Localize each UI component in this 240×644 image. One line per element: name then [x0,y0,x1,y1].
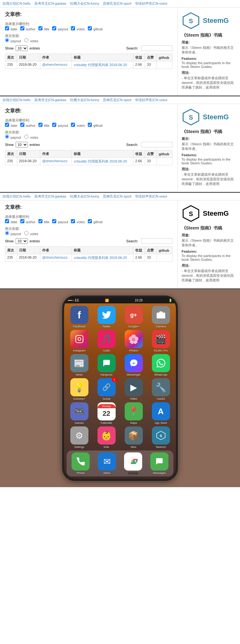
filter-payout-1[interactable]: payout [52,27,68,31]
sort-payout-1[interactable]: payout [5,39,21,43]
app-instagram[interactable]: Instagram [67,330,92,352]
app-news[interactable]: 📰 News [67,354,92,376]
td-title[interactable]: cnbuddy 代理股系列表 2018-06-20 [72,254,133,262]
filter-github-2[interactable]: github [88,124,103,127]
sidebar-section-0-label: 用途: [182,40,236,45]
nav-funny[interactable]: 吐槽大会|CN-funny [70,1,99,6]
td-author[interactable]: @shenchensucc [40,61,72,69]
app-misc[interactable]: 📦 Misc [121,426,146,449]
app-twitter[interactable]: Twitter [94,306,119,328]
app-kids[interactable]: 👶 Kids [94,426,119,449]
table-row: 235 2018-06-20 @shenchensucc cnbuddy 代理股… [5,158,172,165]
app-filmic[interactable]: 🎬 FiLMiC Pro [148,330,173,352]
nav-gaokao-3[interactable]: 高考作文|CN-gaokao [34,194,67,199]
app-gokeep[interactable]: 💡 GoKeep+ [67,378,92,400]
th-rank-2: 座次 [5,150,17,158]
app-photos[interactable]: 🌸 Photos [121,330,146,352]
app-audio[interactable]: 🎵 Audio [94,330,119,352]
td-author[interactable]: @shenchensucc [40,254,72,262]
app-instagram-label: Instagram [73,349,85,352]
filter-title-2[interactable]: title [38,124,49,127]
filter-author-2[interactable]: author [20,124,36,127]
nav-voice-2[interactable]: 华语好声音|CN-voice [135,98,167,102]
search-input-3[interactable] [141,238,172,244]
nav-funny-2[interactable]: 吐槽大会|CN-funny [70,98,99,102]
filter-payout-3[interactable]: payout [52,220,68,224]
sort-payout-3[interactable]: payout [5,232,21,236]
nav-hello[interactable]: 自我介绍|CN-hello [2,1,31,6]
app-hangouts-label: Hangouts [100,373,112,376]
td-rank: 235 [5,61,17,69]
app-games[interactable]: 🎮 Games [67,402,92,425]
nav-voice-3[interactable]: 华语好声音|CN-voice [135,194,167,199]
nav-gaokao-2[interactable]: 高考作文|CN-gaokao [34,98,67,102]
show-select-2[interactable]: 10 [16,142,28,147]
section-title-3: 文章榜: [5,204,172,211]
th-date-2: 日期 [17,150,40,158]
app-messenger[interactable]: Messenger [121,354,146,376]
app-camera[interactable]: Camera [148,306,173,328]
app-googleplus[interactable]: g+ Google+ [121,306,146,328]
show-label-2: Show [5,143,14,147]
table-2: 座次 日期 作者 标题 收益 点赞 github 235 2018-06-20 … [5,150,172,165]
dock-messages[interactable]: Messages [147,452,172,475]
sort-votes-2[interactable]: votes [24,136,38,139]
filter-payout-2[interactable]: payout [52,124,68,127]
entries-label-3: entries [30,239,40,243]
app-whatsapp[interactable]: WhatsApp [148,354,173,376]
show-select-3[interactable]: 10 [16,238,28,244]
nav-gaokao[interactable]: 高考作文|CN-gaokao [34,1,67,6]
filter-date-2[interactable]: date [5,124,17,127]
filter-author-3[interactable]: author [20,220,36,224]
dock-phone[interactable]: Phone [68,452,93,475]
left-panel-1: 文章榜: 选择显示哪些列: date author title payout v… [0,8,178,95]
sort-votes-1[interactable]: votes [24,39,38,43]
filter-github-1[interactable]: github [88,27,103,31]
filter-label-2: 选择显示哪些列: [5,118,30,122]
search-input-2[interactable] [141,142,172,147]
app-appstore[interactable]: A App Store [148,402,173,425]
nav-hello-3[interactable]: 自我介绍|CN-hello [2,194,31,199]
app-settings[interactable]: ⚙ Settings [67,426,92,449]
nav-sport-2[interactable]: 贡林匹克|CN-sport [103,98,131,102]
search-input-1[interactable] [141,45,172,51]
filter-date-1[interactable]: date [5,27,17,31]
filter-title-1[interactable]: title [38,27,49,31]
th-payout-2: 收益 [133,150,145,158]
sort-label-3: 座次依据: [5,227,20,230]
filter-votes-3[interactable]: votes [71,220,85,224]
sidebar3-section-0-label: 用途: [182,233,236,238]
app-hangouts[interactable]: Hangouts [94,354,119,376]
td-github [157,61,172,69]
filter-github-3[interactable]: github [88,220,103,224]
section-2: 文章榜: 选择显示哪些列: date author title payout v… [0,104,240,193]
td-author[interactable]: @shenchensucc [40,158,72,165]
app-steemg-app[interactable]: S SteemG [148,426,173,449]
app-maps[interactable]: 📍 Maps [121,402,146,425]
nav-funny-3[interactable]: 吐槽大会|CN-funny [70,194,99,199]
nav-sport-3[interactable]: 贡林匹克|CN-sport [103,194,131,199]
search-label-3: Search: [126,239,138,243]
app-useful[interactable]: 🔧 Useful [148,378,173,400]
app-video[interactable]: ▶ Video [121,378,146,400]
app-facebook[interactable]: f Facebook [67,306,92,328]
filter-votes-2[interactable]: votes [71,124,85,127]
td-title[interactable]: cnbuddy 代理股系列表 2018-06-20 [72,158,133,165]
sort-payout-2[interactable]: payout [5,136,21,139]
filter-votes-1[interactable]: votes [71,27,85,31]
filter-author-1[interactable]: author [20,27,36,31]
social-badge: 1 [112,377,117,382]
app-social[interactable]: 🔗 1 Social [94,378,119,400]
nav-hello-2[interactable]: 自我介绍|CN-hello [2,98,31,102]
dock-chrome[interactable]: Chrome [121,452,145,475]
nav-bar-3: 自我介绍|CN-hello 高考作文|CN-gaokao 吐槽大会|CN-fun… [0,193,240,200]
td-title[interactable]: cnbuddy 代理股系列表 2018-06-20 [72,61,133,69]
nav-sport[interactable]: 贡林匹克|CN-sport [103,1,131,6]
filter-title-3[interactable]: title [38,220,49,224]
sort-votes-3[interactable]: votes [24,232,38,236]
nav-voice[interactable]: 华语好声音|CN-voice [135,1,167,6]
show-select-1[interactable]: 10 [16,45,28,51]
dock-inbox[interactable]: ✉ Inbox [95,452,119,475]
app-calendar[interactable]: Monday 22 Calendar [94,402,119,425]
filter-date-3[interactable]: date [5,220,17,224]
